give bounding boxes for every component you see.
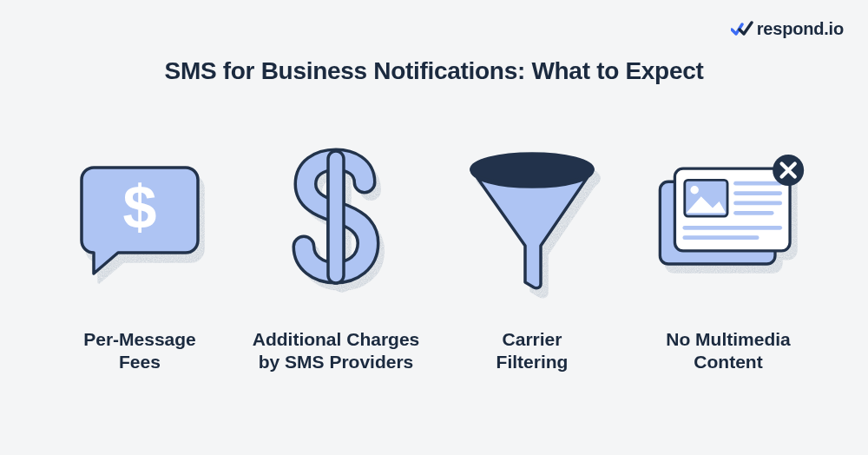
dollar-icon xyxy=(258,130,414,304)
svg-rect-2 xyxy=(328,151,344,283)
svg-point-3 xyxy=(471,154,593,185)
info-caption: No Multimedia Content xyxy=(666,328,791,374)
funnel-icon xyxy=(454,130,610,304)
close-icon xyxy=(773,155,804,186)
page-title: SMS for Business Notifications: What to … xyxy=(0,57,868,85)
chat-dollar-icon: $ xyxy=(62,130,218,304)
info-caption: Carrier Filtering xyxy=(496,328,569,374)
info-item-per-message-fees: $ Per-Message Fees xyxy=(49,130,231,374)
info-item-no-multimedia: No Multimedia Content xyxy=(637,130,819,374)
info-item-additional-charges: Additional Charges by SMS Providers xyxy=(245,130,427,374)
no-multimedia-icon xyxy=(650,130,806,304)
info-caption: Per-Message Fees xyxy=(83,328,196,374)
svg-text:$: $ xyxy=(123,174,157,241)
brand-logo: respond.io xyxy=(731,19,844,39)
svg-point-7 xyxy=(690,186,698,194)
infographic-row: $ Per-Message Fees xyxy=(0,130,868,374)
brand-checkmarks-icon xyxy=(731,21,753,38)
info-item-carrier-filtering: Carrier Filtering xyxy=(441,130,623,374)
brand-text: respond.io xyxy=(757,19,844,39)
info-caption: Additional Charges by SMS Providers xyxy=(253,328,420,374)
